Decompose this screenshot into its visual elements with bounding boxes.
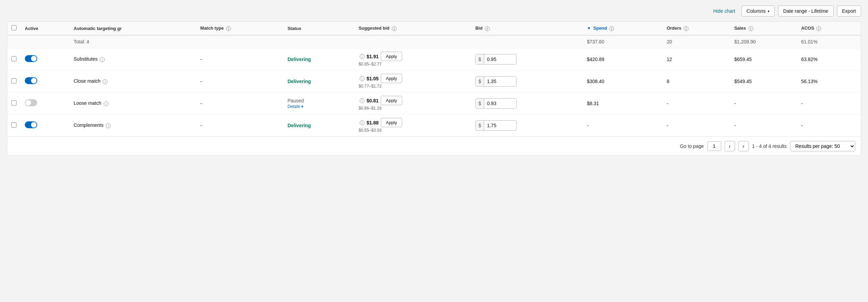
prev-page-button[interactable]: ‹ — [725, 141, 735, 151]
suggested-bid-row-info-icon[interactable]: i — [360, 54, 365, 59]
active-toggle-3[interactable] — [25, 121, 37, 128]
active-toggle-1[interactable] — [25, 77, 37, 84]
row-spend-cell: $420.89 — [583, 48, 662, 70]
row-match-type-cell: - — [196, 114, 283, 137]
suggested-bid-amount: $1.88 — [367, 120, 379, 125]
row-active-cell[interactable] — [21, 48, 70, 70]
apply-button-1[interactable]: Apply — [381, 74, 402, 83]
row-orders-cell: 12 — [663, 48, 730, 70]
row-name-cell: Substitutes i — [70, 48, 196, 70]
orders-info-icon[interactable]: i — [684, 26, 688, 31]
apply-button-2[interactable]: Apply — [381, 96, 402, 105]
row-spend-cell: $308.40 — [583, 70, 662, 92]
row-active-cell[interactable] — [21, 114, 70, 137]
select-all-header[interactable] — [7, 22, 21, 35]
bid-input-0[interactable] — [484, 54, 509, 64]
status-delivering: Delivering — [287, 123, 311, 128]
row-checkbox-cell[interactable] — [7, 92, 21, 114]
suggested-bid-info-icon[interactable]: i — [392, 26, 397, 31]
acos-info-icon[interactable]: i — [816, 26, 821, 31]
chevron-down-icon: ▾ — [768, 9, 769, 13]
bid-input-3[interactable] — [484, 121, 509, 130]
row-checkbox-0[interactable] — [11, 56, 17, 61]
targeting-table: Active Automatic targeting gr Match type… — [7, 22, 861, 137]
sales-header: Sales i — [730, 22, 797, 35]
row-active-cell[interactable] — [21, 92, 70, 114]
active-toggle-2[interactable] — [25, 99, 37, 106]
row-bid-cell[interactable]: $ — [471, 70, 583, 92]
row-name-info-icon[interactable]: i — [104, 101, 109, 106]
per-page-select[interactable]: Results per page: 50 Results per page: 1… — [790, 141, 855, 151]
bid-input-container: $ — [475, 120, 517, 131]
sales-info-icon[interactable]: i — [748, 26, 753, 31]
row-sales-cell: - — [730, 92, 797, 114]
suggested-bid-amount: $0.81 — [367, 98, 379, 103]
next-page-icon: › — [743, 143, 744, 149]
row-status-cell: Delivering — [283, 70, 354, 92]
status-delivering: Delivering — [287, 57, 311, 62]
totals-spend-cell: $737.60 — [583, 35, 662, 48]
bid-input-2[interactable] — [484, 99, 509, 108]
acos-header: ACOS i — [797, 22, 861, 35]
suggested-bid-amount: $1.05 — [367, 76, 379, 81]
row-name-info-icon[interactable]: i — [103, 79, 108, 84]
row-bid-cell[interactable]: $ — [471, 114, 583, 137]
suggested-bid-col-label: Suggested bid — [359, 26, 390, 31]
row-checkbox-1[interactable] — [11, 78, 17, 83]
dollar-sign: $ — [476, 54, 484, 64]
page-number-input[interactable] — [707, 141, 721, 151]
bid-input-1[interactable] — [484, 77, 509, 86]
totals-acos-cell: 61.01% — [797, 35, 861, 48]
goto-page-label: Go to page — [680, 143, 704, 149]
bid-col-label: Bid — [475, 26, 482, 31]
apply-button-0[interactable]: Apply — [381, 52, 402, 61]
spend-header[interactable]: ▼ Spend i — [583, 22, 662, 35]
totals-sales-cell: $1,208.90 — [730, 35, 797, 48]
next-page-button[interactable]: › — [738, 141, 749, 151]
row-match-type-cell: - — [196, 70, 283, 92]
totals-row: Total: 4 $737.60 20 $1,208.90 61.01% — [7, 35, 861, 48]
dollar-sign: $ — [476, 121, 484, 130]
match-type-info-icon[interactable]: i — [226, 26, 231, 31]
table-row: Complements i - Delivering i $1.88 Apply… — [7, 114, 861, 137]
bid-info-icon[interactable]: i — [485, 26, 490, 31]
suggested-bid-row-info-icon[interactable]: i — [360, 98, 365, 103]
row-name-cell: Complements i — [70, 114, 196, 137]
paused-details-link[interactable]: Details ▾ — [287, 104, 303, 109]
row-sales-cell: $549.45 — [730, 70, 797, 92]
select-all-checkbox[interactable] — [11, 25, 17, 30]
sort-arrow-icon: ▼ — [587, 26, 591, 31]
match-type-header: Match type i — [196, 22, 283, 35]
row-sales-cell: - — [730, 114, 797, 137]
bid-range: $0.55–$3.93 — [359, 128, 467, 133]
row-checkbox-cell[interactable] — [7, 70, 21, 92]
row-checkbox-2[interactable] — [11, 100, 17, 105]
row-checkbox-3[interactable] — [11, 122, 17, 128]
totals-checkbox-cell — [7, 35, 21, 48]
row-bid-cell[interactable]: $ — [471, 92, 583, 114]
name-col-label: Automatic targeting gr — [74, 26, 122, 31]
table-row: Loose match i - Paused Details ▾ i $0.81… — [7, 92, 861, 114]
row-match-type-cell: - — [196, 92, 283, 114]
spend-info-icon[interactable]: i — [609, 26, 614, 31]
row-name-cell: Close match i — [70, 70, 196, 92]
table-row: Close match i - Delivering i $1.05 Apply… — [7, 70, 861, 92]
row-checkbox-cell[interactable] — [7, 114, 21, 137]
hide-chart-link[interactable]: Hide chart — [713, 8, 735, 14]
columns-button[interactable]: Columns ▾ — [742, 6, 775, 17]
spend-col-label: Spend — [593, 26, 607, 31]
suggested-bid-row-info-icon[interactable]: i — [360, 120, 365, 125]
row-name-info-icon[interactable]: i — [106, 123, 111, 128]
active-toggle-0[interactable] — [25, 55, 37, 62]
date-range-button[interactable]: Date range - Lifetime — [778, 6, 834, 17]
row-bid-cell[interactable]: $ — [471, 48, 583, 70]
row-checkbox-cell[interactable] — [7, 48, 21, 70]
totals-suggested-cell — [355, 35, 471, 48]
row-active-cell[interactable] — [21, 70, 70, 92]
row-name-info-icon[interactable]: i — [100, 57, 105, 62]
status-paused: Paused — [287, 98, 304, 103]
export-button[interactable]: Export — [837, 6, 861, 17]
apply-button-3[interactable]: Apply — [381, 118, 402, 127]
bid-range: $0.77–$1.72 — [359, 84, 467, 89]
suggested-bid-row-info-icon[interactable]: i — [360, 76, 365, 81]
